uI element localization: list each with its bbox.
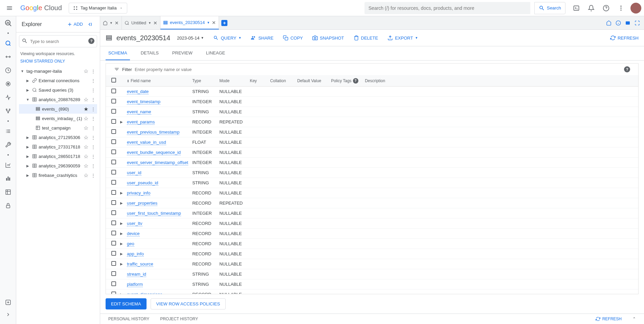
tree-table-campaign[interactable]: test_campaign ☆ ⋮	[19, 123, 97, 133]
row-checkbox[interactable]	[111, 89, 116, 93]
star-icon[interactable]: ☆	[84, 172, 88, 179]
row-checkbox[interactable]	[111, 231, 116, 235]
more-icon[interactable]: ⋮	[90, 125, 96, 131]
nav-list[interactable]	[4, 127, 12, 135]
field-name-link[interactable]: event_name	[127, 109, 151, 115]
more-icon[interactable]: ⋮	[90, 107, 96, 112]
user-avatar[interactable]	[630, 3, 641, 14]
bigquery-icon[interactable]	[4, 19, 12, 27]
tree-external[interactable]: ▶ External connections ⋮	[19, 76, 97, 85]
expand-icon[interactable]: ▶	[120, 232, 123, 235]
expand-icon[interactable]: ▶	[120, 120, 123, 124]
cloud-shell-button[interactable]	[570, 1, 583, 15]
tab-lineage[interactable]: LINEAGE	[203, 46, 228, 60]
policy-help-icon[interactable]: ?	[353, 78, 358, 84]
tree-dataset-2[interactable]: ▶ analytics_271295306 ☆ ⋮	[19, 133, 97, 142]
expand-icon[interactable]: ▶	[25, 136, 30, 139]
tabbar-layout-icon[interactable]	[625, 20, 630, 26]
close-tab-icon[interactable]: ✕	[115, 20, 119, 26]
tabbar-fullscreen-icon[interactable]	[635, 20, 640, 26]
star-icon[interactable]: ☆	[84, 134, 88, 141]
field-name-link[interactable]: event_params	[127, 119, 155, 125]
collapse-explorer-button[interactable]	[86, 20, 94, 29]
more-icon[interactable]: ⋮	[90, 144, 96, 149]
field-name-link[interactable]: app_info	[127, 251, 144, 257]
personal-history-tab[interactable]: PERSONAL HISTORY	[108, 317, 149, 321]
tab-events[interactable]: events_20230514 ▼ ✕	[160, 16, 219, 29]
tree-dataset-1[interactable]: ▼ analytics_208876289 ☆ ⋮	[19, 95, 97, 104]
row-checkbox[interactable]	[111, 292, 116, 294]
star-icon[interactable]: ☆	[84, 125, 88, 131]
star-icon[interactable]: ☆	[84, 68, 88, 74]
field-name-link[interactable]: stream_id	[127, 272, 146, 277]
more-icon[interactable]: ⋮	[90, 154, 96, 159]
close-tab-icon[interactable]: ✕	[153, 20, 157, 26]
help-button[interactable]	[599, 1, 613, 15]
row-checkbox[interactable]	[111, 210, 116, 215]
nav-marketplace[interactable]	[4, 298, 12, 306]
tabbar-home-icon[interactable]	[606, 20, 612, 26]
nav-scheduled[interactable]	[4, 66, 12, 74]
expand-icon[interactable]: ▶	[120, 222, 123, 225]
field-name-link[interactable]: user_id	[127, 170, 141, 176]
field-name-link[interactable]: event_previous_timestamp	[127, 130, 179, 135]
notifications-button[interactable]	[584, 1, 598, 15]
tree-table-intraday[interactable]: events_intraday_ (1) ☆ ⋮	[19, 114, 97, 123]
show-starred-link[interactable]: SHOW STARRED ONLY	[19, 57, 97, 66]
copy-button[interactable]: COPY	[280, 34, 306, 42]
row-checkbox[interactable]	[111, 109, 116, 114]
more-icon[interactable]: ⋮	[90, 163, 96, 168]
expand-icon[interactable]: ▶	[25, 79, 30, 83]
query-button[interactable]: QUERY ▼	[210, 34, 244, 42]
more-button[interactable]	[614, 1, 628, 15]
row-checkbox[interactable]	[111, 139, 116, 144]
more-icon[interactable]: ⋮	[90, 135, 96, 140]
expand-icon[interactable]: ▶	[120, 262, 123, 266]
nav-transfers[interactable]	[4, 53, 12, 61]
tree-project[interactable]: ▼ tag-manager-italia ☆ ⋮	[19, 66, 97, 76]
row-checkbox[interactable]	[111, 190, 116, 195]
more-icon[interactable]: ⋮	[90, 173, 96, 178]
share-button[interactable]: SHARE	[248, 34, 276, 42]
export-button[interactable]: EXPORT ▼	[385, 34, 421, 42]
expand-icon[interactable]: ▼	[25, 98, 30, 101]
tree-table-events[interactable]: events_ (890) ★ ⋮	[19, 104, 97, 114]
snapshot-button[interactable]: SNAPSHOT	[310, 34, 347, 42]
field-name-link[interactable]: event_server_timestamp_offset	[127, 160, 188, 165]
project-selector[interactable]: Tag Manager Italia	[69, 3, 127, 14]
expand-icon[interactable]: ▶	[25, 145, 30, 149]
expand-icon[interactable]: ▼	[20, 69, 25, 73]
row-checkbox[interactable]	[111, 180, 116, 185]
tab-preview[interactable]: PREVIEW	[170, 46, 195, 60]
tree-dataset-4[interactable]: ▶ analytics_286501718 ☆ ⋮	[19, 152, 97, 161]
more-icon[interactable]: ⋮	[90, 78, 96, 83]
google-cloud-logo[interactable]: Google Cloud	[20, 4, 62, 12]
row-checkbox[interactable]	[111, 160, 116, 164]
search-box[interactable]	[364, 2, 530, 14]
row-checkbox[interactable]	[111, 281, 116, 286]
expand-history-button[interactable]: ⌃	[632, 317, 636, 321]
nav-tool[interactable]	[4, 141, 12, 149]
row-checkbox[interactable]	[111, 99, 116, 103]
search-button[interactable]: Search	[534, 2, 565, 14]
star-icon[interactable]: ★	[84, 106, 88, 112]
row-checkbox[interactable]	[111, 129, 116, 134]
row-checkbox[interactable]	[111, 241, 116, 246]
nav-lock[interactable]	[4, 202, 12, 210]
nav-reservations[interactable]	[4, 80, 12, 88]
search-help-icon[interactable]: ?	[88, 38, 94, 44]
expand-icon[interactable]: ▶	[25, 164, 30, 168]
row-checkbox[interactable]	[111, 149, 116, 154]
nav-chart[interactable]	[4, 161, 12, 169]
field-name-link[interactable]: traffic_source	[127, 261, 153, 267]
filter-help-icon[interactable]: ?	[624, 66, 630, 72]
more-icon[interactable]: ⋮	[90, 88, 96, 93]
field-name-link[interactable]: user_ltv	[127, 221, 142, 226]
field-name-link[interactable]: platform	[127, 282, 143, 287]
row-checkbox[interactable]	[111, 200, 116, 205]
row-checkbox[interactable]	[111, 261, 116, 266]
sort-icon[interactable]: ▲▼	[127, 79, 129, 83]
field-name-link[interactable]: user_properties	[127, 201, 157, 206]
history-refresh-button[interactable]: REFRESH	[596, 317, 622, 321]
field-name-link[interactable]: event_date	[127, 89, 149, 94]
